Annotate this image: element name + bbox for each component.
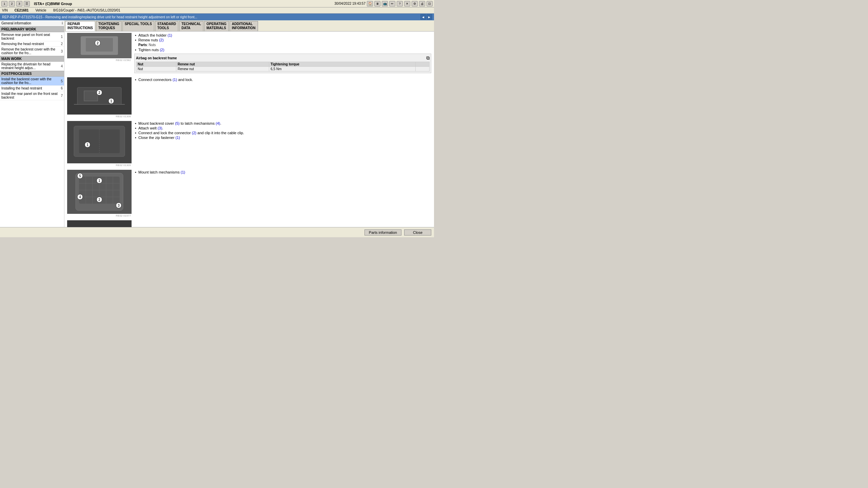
svg-text:2: 2: [97, 41, 99, 45]
main-content: General information i PRELIMINARY WORK R…: [0, 20, 434, 227]
sidebar-item-7-num: 7: [58, 94, 63, 98]
tb-btn-2[interactable]: 2: [9, 1, 15, 6]
ref-link-1a[interactable]: (1): [167, 33, 172, 37]
instruction-attach-holder: Attach the holder (1): [134, 33, 431, 38]
tab-technical[interactable]: TECHNICALDATA: [179, 21, 203, 31]
ref-link-1c[interactable]: (2): [160, 48, 164, 52]
content-row-5: 1 RB32 01576: [67, 220, 431, 227]
image-2: 2 1: [67, 77, 132, 115]
path-bar: REP-REP-P-6731570-G15 - Removing and ins…: [0, 14, 434, 20]
instruction-connect-connectors: Connect connectors (1) and lock.: [134, 77, 431, 82]
content-scroll[interactable]: 2 RB32 01582 Attach the holder (1) Renew…: [64, 32, 434, 227]
svg-rect-15: [79, 129, 120, 153]
sidebar: General information i PRELIMINARY WORK R…: [0, 20, 64, 227]
torque-title-text: Airbag on backrest frame: [136, 56, 177, 60]
vin-value: CE21681: [15, 8, 29, 12]
vehicle-label: Vehicle: [35, 8, 46, 12]
ref-link-3c[interactable]: (3): [158, 126, 162, 130]
ref-link-4a[interactable]: (1): [181, 170, 185, 174]
content-panel: REPAIRINSTRUCTIONS TIGHTENINGTORQUES SPE…: [64, 20, 434, 227]
sidebar-item-2-text: Removing the head restraint: [1, 42, 58, 46]
restore-icon[interactable]: ⊡: [427, 1, 433, 6]
nav-prev[interactable]: ◄: [420, 14, 426, 20]
ref-link-3a[interactable]: (5): [175, 121, 179, 125]
general-info-label: General information: [1, 21, 31, 25]
image-1: 2: [67, 33, 132, 58]
help-icon[interactable]: ?: [397, 1, 403, 6]
tab-standard-label: STANDARDTOOLS: [157, 22, 176, 30]
section-preliminary-header: PRELIMINARY WORK: [0, 26, 64, 32]
svg-text:1: 1: [86, 143, 88, 147]
instruction-connect-lock-connector: Connect and lock the connector (2) and c…: [134, 130, 431, 135]
image-5: 1: [67, 220, 132, 227]
ref-link-3d[interactable]: (2): [192, 131, 196, 135]
torque-col-nut: Nut: [136, 62, 176, 67]
svg-rect-40: [67, 220, 132, 227]
sidebar-item-6[interactable]: Installing the head restraint 6: [0, 86, 64, 91]
parts-info-button[interactable]: Parts information: [364, 229, 401, 236]
instruction-renew-nuts: Renew nuts (2): [134, 38, 431, 42]
torque-renew-val: Renew nut: [176, 67, 269, 72]
image-2-container: 2 1 RB32 01308: [67, 77, 132, 118]
torque-torque-val: 6,5 Nm: [269, 67, 416, 72]
minimize-icon[interactable]: 🖨: [419, 1, 425, 6]
monitor-icon[interactable]: 🖥: [374, 1, 380, 6]
torque-col-tightening: Tightening torque: [269, 62, 416, 67]
close-icon[interactable]: ✕: [404, 1, 410, 6]
instruction-close-zip: Close the zip fastener (1): [134, 135, 431, 140]
tab-additional[interactable]: ADDITIONALINFORMATION: [230, 21, 258, 31]
sidebar-item-4[interactable]: Replacing the drivetrain for head restra…: [0, 62, 64, 71]
sidebar-item-5-text: Install the backrest cover with the cush…: [1, 77, 58, 85]
display-icon[interactable]: 📺: [382, 1, 388, 6]
edit-icon[interactable]: ✏: [389, 1, 395, 6]
instruction-mount-backrest: Mount backrest cover (5) to latch mechan…: [134, 121, 431, 126]
ref-link-2a[interactable]: (1): [173, 78, 177, 82]
home-icon[interactable]: 🏠: [367, 1, 373, 6]
sidebar-item-3[interactable]: Remove the backrest cover with the cushi…: [0, 47, 64, 56]
ref-link-3e[interactable]: (1): [175, 136, 180, 140]
torque-icon: ⧉: [426, 55, 430, 61]
close-button[interactable]: Close: [404, 229, 431, 236]
sidebar-item-7[interactable]: Install the rear panel on the front seat…: [0, 91, 64, 100]
tab-repair[interactable]: REPAIRINSTRUCTIONS: [65, 21, 95, 31]
tabs-bar: REPAIRINSTRUCTIONS TIGHTENINGTORQUES SPE…: [64, 20, 434, 32]
sidebar-item-5[interactable]: Install the backrest cover with the cush…: [0, 77, 64, 86]
tab-standard[interactable]: STANDARDTOOLS: [155, 21, 178, 31]
tab-special-label: SPECIAL TOOLS: [125, 22, 152, 26]
info-icon: i: [62, 21, 63, 25]
instruction-attach-welt: Attach welt (3).: [134, 126, 431, 130]
sidebar-item-2[interactable]: Removing the head restraint 2: [0, 41, 64, 47]
torque-extra-val: [415, 67, 429, 72]
tab-operating[interactable]: OPERATINGMATERIALS: [204, 21, 229, 31]
tab-tightening[interactable]: TIGHTENINGTORQUES: [96, 21, 122, 31]
vin-label: VIN: [2, 8, 8, 12]
content-row-4: 5 1 4 2 3: [67, 170, 431, 218]
instruction-mount-latch: Mount latch mechanisms (1): [134, 170, 431, 175]
content-text-1: Attach the holder (1) Renew nuts (2) Par…: [134, 33, 431, 75]
ref-link-3b[interactable]: (4): [216, 121, 220, 125]
settings-icon[interactable]: ⚙: [412, 1, 418, 6]
svg-text:3: 3: [118, 204, 120, 207]
content-text-4: Mount latch mechanisms (1): [134, 170, 431, 175]
image-4-container: 5 1 4 2 3: [67, 170, 132, 218]
sidebar-item-1[interactable]: Remove rear panel on front seat backrest…: [0, 32, 64, 41]
sidebar-item-7-text: Install the rear panel on the front seat…: [1, 92, 58, 99]
bottom-bar: Parts information Close: [0, 227, 434, 237]
tb-btn-3[interactable]: 3: [16, 1, 22, 6]
tab-special[interactable]: SPECIAL TOOLS: [122, 21, 154, 31]
sidebar-scroll[interactable]: General information i PRELIMINARY WORK R…: [0, 20, 64, 227]
svg-rect-8: [84, 91, 98, 101]
image-1-container: 2 RB32 01582: [67, 33, 132, 62]
svg-text:1: 1: [110, 99, 112, 103]
app-title: ISTA+ (C)BMW Group: [34, 2, 72, 6]
tb-btn-1[interactable]: 1: [1, 1, 7, 6]
tb-btn-menu[interactable]: ☰: [24, 1, 30, 6]
ref-link-1b[interactable]: (2): [159, 38, 163, 42]
tab-operating-label: OPERATINGMATERIALS: [206, 22, 226, 30]
sidebar-item-5-num: 5: [58, 79, 63, 83]
torque-col-empty: [415, 62, 429, 67]
content-row-3: 1 RB32 01309 Mount backrest cover (5) to…: [67, 121, 431, 167]
sidebar-item-4-num: 4: [58, 64, 63, 68]
nav-next[interactable]: ►: [427, 14, 432, 20]
svg-text:4: 4: [79, 195, 81, 199]
